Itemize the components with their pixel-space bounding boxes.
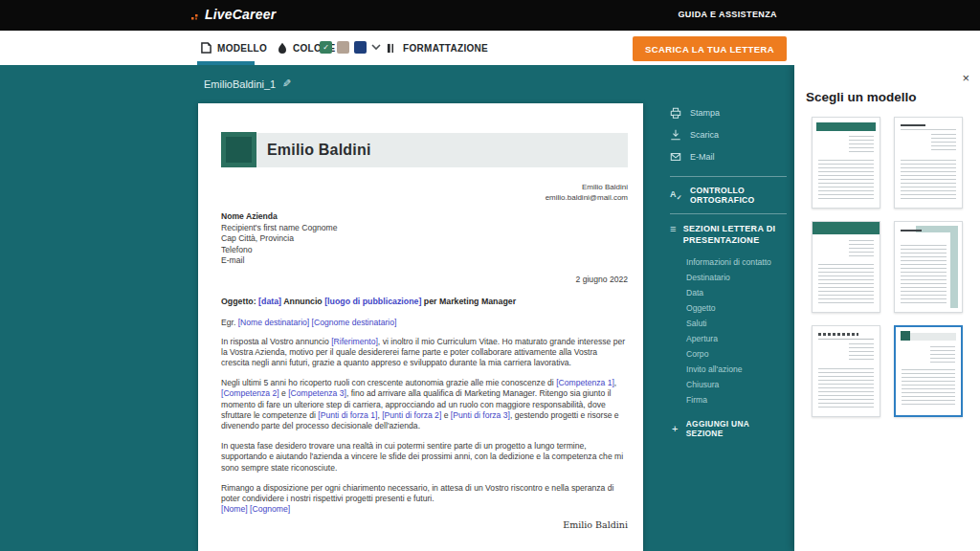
template-art (901, 230, 922, 231)
sections-list: Informazioni di contatto Destinatario Da… (686, 254, 787, 408)
sections-header: ≡ SEZIONI LETTERA DI PRESENTAZIONE (670, 223, 787, 246)
close-icon[interactable]: × (962, 73, 969, 84)
editor-toolbar: MODELLO COLORE ✓ FORMATTAZIONE SCARICA L… (0, 31, 980, 65)
letter-page[interactable]: Emilio Baldini Emilio Baldini emilio.bal… (198, 103, 643, 551)
spellcheck-label: CONTROLLO ORTOGRAFICO (690, 186, 787, 205)
print-label: Stampa (690, 108, 720, 118)
spellcheck-icon: A✓ (670, 189, 682, 202)
email-action[interactable]: E-Mail (670, 145, 787, 167)
recipient-block: Nome Azienda Recipient's first name Cogn… (221, 211, 628, 267)
logo-text: LiveCareer (205, 7, 276, 22)
recipient-city: Cap Città, Provincia (221, 233, 628, 245)
recipient-name: Recipient's first name Cognome (221, 223, 628, 234)
section-item-invito[interactable]: Invito all'azione (686, 362, 787, 377)
template-art (901, 124, 925, 126)
template-thumbnail-4[interactable] (894, 221, 963, 313)
recipient-email: E-mail (221, 255, 628, 267)
monogram-square (221, 132, 256, 167)
add-section-button[interactable]: + AGGIUNGI UNA SEZIONE (672, 419, 787, 438)
template-art (849, 240, 874, 259)
sender-name: Emilio Baldini (221, 182, 628, 192)
template-art (818, 333, 858, 336)
livecareer-logo[interactable]: LiveCareer (191, 7, 276, 22)
template-thumbnail-5[interactable] (812, 325, 880, 417)
template-art (901, 245, 947, 304)
template-art (901, 129, 956, 130)
check-icon: ✓ (323, 43, 329, 52)
section-item-informazioni[interactable]: Informazioni di contatto (686, 254, 787, 270)
template-art (916, 226, 958, 232)
download-action[interactable]: Scarica (670, 123, 787, 145)
color-swatch-navy[interactable] (354, 41, 367, 54)
menu-divider (670, 176, 787, 177)
tab-modello[interactable]: MODELLO (201, 31, 267, 65)
letter-author-name: Emilio Baldini (267, 132, 371, 167)
letter-header: Emilio Baldini (221, 132, 628, 167)
template-art (930, 346, 955, 364)
section-item-corpo[interactable]: Corpo (686, 346, 787, 362)
template-thumbnail-6[interactable] (894, 325, 963, 417)
color-swatch-taupe[interactable] (337, 41, 349, 54)
download-letter-button[interactable]: SCARICA LA TUA LETTERA (633, 36, 787, 61)
letter-date: 2 giugno 2022 (221, 275, 628, 284)
template-thumbnail-1[interactable] (812, 117, 880, 209)
template-art (813, 222, 880, 234)
color-swatch-green[interactable]: ✓ (320, 41, 332, 54)
email-icon (670, 151, 681, 163)
template-art (818, 264, 874, 304)
document-side-menu: Stampa Scarica E-Mail A✓ CONTROLLO ORTOG… (670, 101, 787, 438)
letter-salutation: Egr. [Nome destinatario] [Cognome destin… (221, 318, 628, 327)
template-thumbnail-2[interactable] (894, 117, 963, 209)
template-art (901, 331, 910, 341)
top-bar: LiveCareer GUIDA E ASSISTENZA (0, 0, 980, 31)
sender-email: emilio.baldini@mail.com (221, 192, 628, 203)
color-drop-icon (278, 42, 287, 54)
download-label: Scarica (690, 130, 719, 140)
sender-contact-block: Emilio Baldini emilio.baldini@mail.com (221, 182, 628, 203)
template-picker-panel: × Scegli un modello (794, 65, 980, 551)
logo-dots-icon (191, 9, 202, 21)
template-art (849, 136, 874, 155)
edit-filename-icon[interactable]: ✎ (282, 77, 291, 90)
template-art (849, 343, 874, 363)
help-link[interactable]: GUIDA E ASSISTENZA (678, 10, 777, 19)
sections-title: SEZIONI LETTERA DI PRESENTAZIONE (683, 223, 787, 246)
section-item-data[interactable]: Data (686, 285, 787, 300)
add-section-label: AGGIUNGI UNA SEZIONE (686, 419, 787, 438)
section-item-destinatario[interactable]: Destinatario (686, 270, 787, 285)
plus-icon: + (672, 423, 679, 434)
formatting-icon (387, 43, 397, 54)
section-item-chiusura[interactable]: Chiusura (686, 377, 787, 392)
template-art (818, 160, 874, 200)
letter-paragraph: In questa fase desidero trovare una real… (221, 441, 628, 474)
letter-paragraph: Rimango a disposizione per ogni chiarime… (221, 483, 628, 504)
section-item-saluti[interactable]: Saluti (686, 316, 787, 331)
letter-closing-names: [Nome] [Cognome] (221, 504, 628, 515)
spellcheck-action[interactable]: A✓ CONTROLLO ORTOGRAFICO (670, 186, 787, 205)
section-item-apertura[interactable]: Apertura (686, 331, 787, 346)
chevron-down-icon[interactable] (371, 44, 381, 51)
template-picker-title: Scegli un modello (806, 90, 917, 104)
template-grid (812, 117, 963, 417)
template-art (950, 226, 958, 308)
tab-formattazione-label: FORMATTAZIONE (403, 43, 488, 54)
letter-subject: Oggetto: [data] Annuncio [luogo di pubbl… (221, 297, 628, 306)
section-item-oggetto[interactable]: Oggetto (686, 300, 787, 316)
template-thumbnail-3[interactable] (812, 221, 880, 313)
print-action[interactable]: Stampa (670, 101, 787, 123)
sections-menu-icon: ≡ (670, 223, 677, 246)
menu-divider (670, 213, 787, 214)
section-item-firma[interactable]: Firma (686, 392, 787, 408)
printer-icon (670, 107, 681, 119)
download-icon (670, 129, 681, 141)
letter-paragraph: Negli ultimi 5 anni ho ricoperto ruoli c… (221, 378, 628, 431)
template-art (818, 368, 874, 408)
template-art (818, 339, 874, 340)
recipient-phone: Telefono (221, 245, 628, 256)
letter-content: Emilio Baldini Emilio Baldini emilio.bal… (198, 103, 643, 530)
template-icon (201, 42, 212, 54)
tab-formattazione[interactable]: FORMATTAZIONE (387, 31, 488, 65)
filename-text: EmilioBaldini_1 (204, 78, 276, 90)
email-label: E-Mail (690, 152, 715, 162)
recipient-company: Nome Azienda (221, 211, 628, 223)
